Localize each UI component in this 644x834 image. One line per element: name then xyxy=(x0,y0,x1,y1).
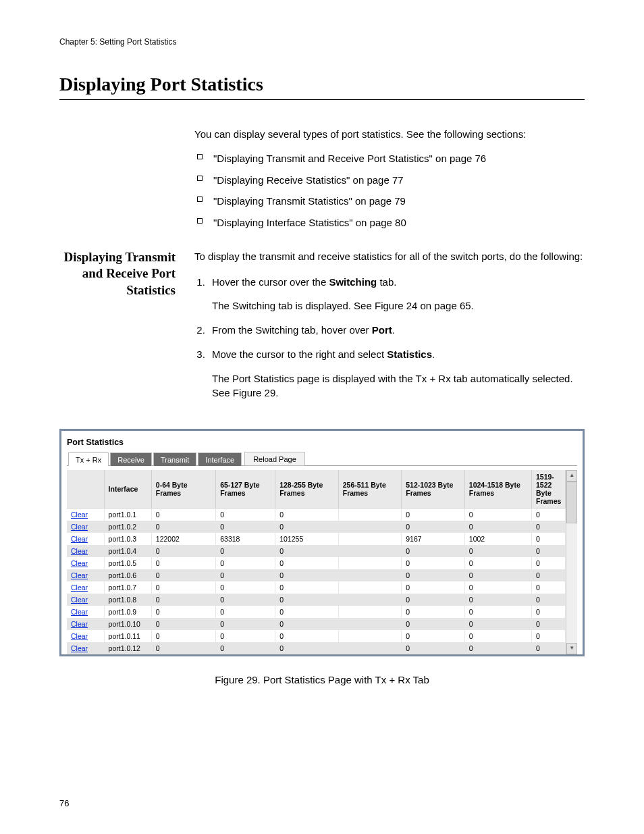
cell-value xyxy=(338,581,402,594)
tab-txrx[interactable]: Tx + Rx xyxy=(68,452,109,466)
cell-value: 0 xyxy=(216,581,275,594)
subsection-para: To display the transmit and receive stat… xyxy=(194,249,585,264)
cell-value: 0 xyxy=(275,569,339,581)
cell-value xyxy=(338,545,402,557)
cell-value: 0 xyxy=(464,569,531,581)
cell-value: 0 xyxy=(532,533,566,545)
scroll-thumb[interactable] xyxy=(566,481,577,523)
cell-value xyxy=(338,618,402,630)
cell-value: 0 xyxy=(275,521,339,533)
table-row: Clearport1.0.6000000 xyxy=(67,569,566,581)
cell-value: 63318 xyxy=(216,533,275,545)
cell-value: 0 xyxy=(402,594,465,606)
cell-value: 101255 xyxy=(275,533,339,545)
step-2: From the Switching tab, hover over Port. xyxy=(208,323,585,338)
cell-value xyxy=(338,533,402,545)
table-row: Clearport1.0.1000000 xyxy=(67,509,566,521)
cell-value xyxy=(338,594,402,606)
cell-value: 0 xyxy=(151,630,215,642)
cell-value: 1002 xyxy=(464,533,531,545)
cell-interface: port1.0.2 xyxy=(104,521,151,533)
clear-link[interactable]: Clear xyxy=(71,632,88,640)
cell-value: 0 xyxy=(216,630,275,642)
cell-value: 0 xyxy=(402,581,465,594)
intro-bullet: "Displaying Transmit and Receive Port St… xyxy=(194,151,585,166)
figure-caption: Figure 29. Port Statistics Page with Tx … xyxy=(59,674,585,685)
table-row: Clearport1.0.2000000 xyxy=(67,521,566,533)
cell-value: 0 xyxy=(464,594,531,606)
subsection-heading: Displaying Transmit and Receive Port Sta… xyxy=(59,249,194,410)
table-row: Clearport1.0.8000000 xyxy=(67,594,566,606)
reload-page-button[interactable]: Reload Page xyxy=(244,452,305,466)
vertical-scrollbar[interactable]: ▲ ▼ xyxy=(566,470,577,654)
cell-value: 0 xyxy=(464,521,531,533)
page-title: Displaying Port Statistics xyxy=(59,74,585,95)
step-bold: Statistics xyxy=(387,348,432,360)
cell-interface: port1.0.6 xyxy=(104,569,151,581)
clear-link[interactable]: Clear xyxy=(71,547,88,555)
tab-receive[interactable]: Receive xyxy=(110,452,152,466)
cell-value: 0 xyxy=(532,521,566,533)
cell-value: 0 xyxy=(464,618,531,630)
cell-value: 0 xyxy=(216,606,275,618)
scroll-down-icon[interactable]: ▼ xyxy=(566,643,577,654)
cell-value: 0 xyxy=(151,521,215,533)
step-after: The Switching tab is displayed. See Figu… xyxy=(212,298,585,313)
table-row: Clearport1.0.5000000 xyxy=(67,557,566,569)
cell-value: 0 xyxy=(532,569,566,581)
step-1: Hover the cursor over the Switching tab.… xyxy=(208,275,585,314)
cell-value: 0 xyxy=(464,642,531,654)
step-3: Move the cursor to the right and select … xyxy=(208,347,585,400)
cell-value: 0 xyxy=(216,594,275,606)
scroll-up-icon[interactable]: ▲ xyxy=(566,470,577,481)
cell-value: 0 xyxy=(532,581,566,594)
cell-value: 0 xyxy=(402,630,465,642)
cell-value: 0 xyxy=(402,606,465,618)
running-head: Chapter 5: Setting Port Statistics xyxy=(59,37,585,47)
clear-link[interactable]: Clear xyxy=(71,535,88,543)
cell-value: 0 xyxy=(402,642,465,654)
cell-value: 0 xyxy=(275,630,339,642)
cell-value: 0 xyxy=(216,569,275,581)
cell-value: 0 xyxy=(275,557,339,569)
cell-value: 122002 xyxy=(151,533,215,545)
clear-link[interactable]: Clear xyxy=(71,583,88,592)
cell-value: 0 xyxy=(275,606,339,618)
clear-link[interactable]: Clear xyxy=(71,620,88,628)
clear-link[interactable]: Clear xyxy=(71,596,88,604)
cell-value: 0 xyxy=(151,581,215,594)
clear-link[interactable]: Clear xyxy=(71,511,88,519)
cell-value: 0 xyxy=(464,545,531,557)
clear-link[interactable]: Clear xyxy=(71,608,88,616)
tab-transmit[interactable]: Transmit xyxy=(153,452,196,466)
cell-interface: port1.0.12 xyxy=(104,642,151,654)
cell-value: 0 xyxy=(532,545,566,557)
cell-value xyxy=(338,521,402,533)
cell-value: 0 xyxy=(532,618,566,630)
step-text: Hover the cursor over the xyxy=(212,276,329,288)
col-65-127: 65-127 Byte Frames xyxy=(216,470,275,509)
cell-value: 0 xyxy=(464,509,531,521)
clear-link[interactable]: Clear xyxy=(71,559,88,567)
cell-value: 0 xyxy=(532,509,566,521)
cell-value: 9167 xyxy=(402,533,465,545)
intro-lead: You can display several types of port st… xyxy=(194,127,585,142)
cell-value xyxy=(338,509,402,521)
table-row: Clearport1.0.12000000 xyxy=(67,642,566,654)
tab-interface[interactable]: Interface xyxy=(198,452,242,466)
step-bold: Switching xyxy=(329,276,377,288)
col-256-511: 256-511 Byte Frames xyxy=(338,470,402,509)
cell-value: 0 xyxy=(151,594,215,606)
panel-title: Port Statistics xyxy=(67,438,577,447)
clear-link[interactable]: Clear xyxy=(71,523,88,531)
clear-link[interactable]: Clear xyxy=(71,571,88,579)
cell-value: 0 xyxy=(464,581,531,594)
cell-value xyxy=(338,642,402,654)
cell-value: 0 xyxy=(275,509,339,521)
cell-value: 0 xyxy=(151,545,215,557)
step-bold: Port xyxy=(372,324,392,336)
step-text: From the Switching tab, hover over xyxy=(212,324,372,336)
step-text: tab. xyxy=(377,276,396,288)
clear-link[interactable]: Clear xyxy=(71,644,88,652)
cell-value: 0 xyxy=(402,545,465,557)
